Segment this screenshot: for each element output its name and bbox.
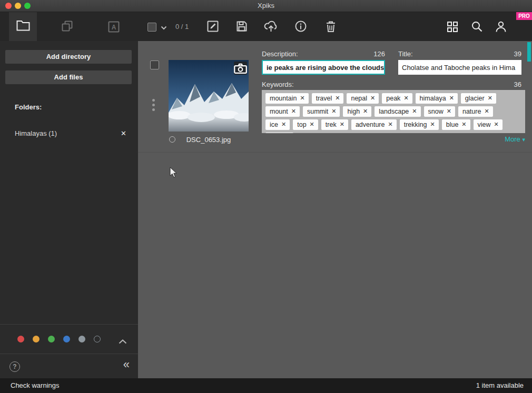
keyword-remove-icon[interactable]: ✕: [363, 108, 368, 115]
tab-files-folders[interactable]: [9, 12, 37, 41]
item-status-circle[interactable]: [169, 136, 175, 143]
keyword-remove-icon[interactable]: ✕: [300, 95, 304, 102]
keyword-remove-icon[interactable]: ✕: [340, 121, 344, 128]
keyword-text: mount: [270, 108, 288, 115]
info-icon[interactable]: [295, 21, 307, 32]
keyword-chip[interactable]: adventure ✕: [351, 119, 397, 130]
keywords-container[interactable]: mountain ✕ travel ✕ nepal ✕ peak ✕ himal…: [262, 90, 525, 133]
color-dot[interactable]: [17, 336, 24, 342]
keyword-chip[interactable]: landscape ✕: [375, 106, 420, 117]
copy-metadata-icon[interactable]: [61, 20, 74, 33]
keyword-chip[interactable]: glacier ✕: [461, 93, 496, 104]
color-dot[interactable]: [63, 336, 70, 342]
keyword-remove-icon[interactable]: ✕: [291, 108, 296, 115]
toolbar: A 0 / 1 PRO: [0, 12, 532, 41]
title-input[interactable]: Cholatse and Taboche peaks in Hima: [398, 60, 521, 75]
keyword-chip[interactable]: high ✕: [343, 106, 371, 117]
keyword-text: snow: [428, 108, 444, 115]
keyword-remove-icon[interactable]: ✕: [370, 95, 375, 102]
keywords-count: 36: [514, 80, 521, 88]
keyword-chip[interactable]: top ✕: [293, 119, 318, 130]
check-warnings-button[interactable]: Check warnings: [11, 378, 60, 393]
keyword-remove-icon[interactable]: ✕: [484, 108, 489, 115]
keyword-remove-icon[interactable]: ✕: [494, 121, 499, 128]
color-dot[interactable]: [78, 336, 85, 342]
main-area: DSC_0653.jpg Description: 126 ie peaks a…: [138, 41, 532, 378]
more-label: More: [505, 135, 520, 143]
selection-count: 0 / 1: [175, 23, 189, 31]
keyword-remove-icon[interactable]: ✕: [388, 121, 392, 128]
keyword-chip[interactable]: nature ✕: [458, 106, 493, 117]
color-dot[interactable]: [94, 336, 101, 342]
trash-icon[interactable]: [325, 21, 337, 33]
artwork-item: DSC_0653.jpg Description: 126 ie peaks a…: [138, 41, 532, 153]
app-window: Xpiks A 0 / 1: [0, 0, 532, 393]
titlebar: Xpiks: [0, 0, 532, 12]
title-count: 39: [514, 50, 521, 58]
more-link[interactable]: More ▾: [262, 135, 525, 143]
drag-handle-icon[interactable]: [152, 97, 155, 113]
keyword-chip[interactable]: mountain ✕: [265, 93, 309, 104]
keyword-text: glacier: [465, 95, 485, 102]
keyword-remove-icon[interactable]: ✕: [335, 95, 340, 102]
keyword-chip[interactable]: snow ✕: [424, 106, 455, 117]
keyword-chip[interactable]: nepal ✕: [347, 93, 379, 104]
keyword-remove-icon[interactable]: ✕: [430, 121, 435, 128]
keyword-remove-icon[interactable]: ✕: [310, 121, 314, 128]
sidebar-footer: ? «: [0, 354, 138, 378]
filename-row: DSC_0653.jpg: [169, 136, 249, 144]
keyword-chip[interactable]: summit ✕: [303, 106, 340, 117]
edit-icon[interactable]: [206, 20, 219, 33]
keyword-chip[interactable]: travel ✕: [312, 93, 344, 104]
add-directory-button[interactable]: Add directory: [5, 50, 132, 64]
save-icon[interactable]: [236, 21, 248, 32]
keyword-remove-icon[interactable]: ✕: [331, 108, 336, 115]
keywords-scrollbar[interactable]: [527, 42, 531, 62]
title-label: Title:: [398, 50, 413, 58]
keyword-remove-icon[interactable]: ✕: [449, 95, 454, 102]
color-dot[interactable]: [48, 336, 55, 342]
keyword-chip[interactable]: blue ✕: [442, 119, 470, 130]
keyword-chip[interactable]: mount ✕: [265, 106, 300, 117]
user-icon[interactable]: [495, 21, 507, 33]
items-available-label: 1 item available: [476, 378, 524, 393]
keyword-text: ice: [270, 121, 278, 128]
keyword-chip[interactable]: trekking ✕: [400, 119, 439, 130]
folder-item[interactable]: Himalayas (1) ✕: [15, 128, 127, 138]
keyword-chip[interactable]: himalaya ✕: [416, 93, 458, 104]
window-title: Xpiks: [0, 0, 532, 12]
folder-close-icon[interactable]: ✕: [120, 129, 127, 137]
pro-badge[interactable]: PRO: [516, 12, 532, 20]
help-icon[interactable]: ?: [9, 361, 20, 372]
upload-icon[interactable]: [264, 20, 278, 33]
keyword-remove-icon[interactable]: ✕: [488, 95, 492, 102]
item-checkbox[interactable]: [150, 61, 159, 69]
folders-label: Folders:: [15, 103, 42, 111]
keyword-chip[interactable]: peak ✕: [382, 93, 412, 104]
search-icon[interactable]: [471, 21, 483, 33]
keyword-remove-icon[interactable]: ✕: [461, 121, 466, 128]
selection-dropdown-icon[interactable]: [161, 26, 167, 30]
add-files-button[interactable]: Add files: [5, 70, 132, 84]
color-dot[interactable]: [33, 336, 40, 342]
thumbnail[interactable]: [169, 60, 249, 132]
keyword-remove-icon[interactable]: ✕: [447, 108, 451, 115]
description-input[interactable]: ie peaks are rising above the clouds.: [262, 60, 385, 75]
keyword-chip[interactable]: view ✕: [474, 119, 503, 130]
keyword-text: view: [478, 121, 491, 128]
keyword-chip[interactable]: ice ✕: [265, 119, 290, 130]
keyword-remove-icon[interactable]: ✕: [412, 108, 417, 115]
text-attributes-icon[interactable]: A: [108, 21, 120, 33]
grid-view-icon[interactable]: [447, 21, 458, 33]
keyword-text: peak: [386, 95, 400, 102]
folder-icon: [16, 20, 30, 33]
keyword-chip[interactable]: cold ✕: [265, 133, 293, 134]
select-all-checkbox[interactable]: [147, 23, 156, 32]
chevron-up-icon[interactable]: [119, 337, 127, 346]
keyword-remove-icon[interactable]: ✕: [281, 121, 286, 128]
statusbar: Check warnings 1 item available: [0, 378, 532, 393]
keyword-remove-icon[interactable]: ✕: [403, 95, 408, 102]
collapse-sidebar-icon[interactable]: «: [123, 358, 129, 371]
sidebar: Add directory Add files Folders: Himalay…: [0, 41, 138, 378]
keyword-chip[interactable]: trek ✕: [321, 119, 348, 130]
